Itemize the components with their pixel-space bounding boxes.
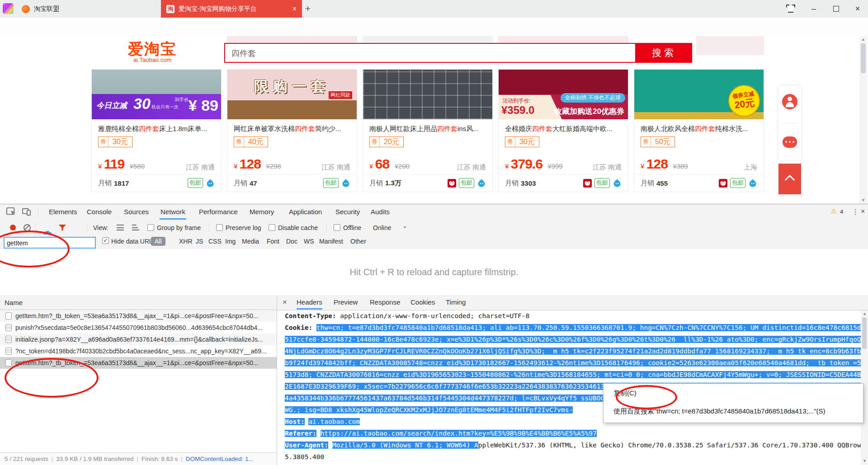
coupon-badge[interactable]: 券30元 bbox=[505, 136, 539, 147]
context-menu-baidu-search[interactable]: 使用百度搜索"thw=cn; t=e87d3bd3fc7485840a1b7d6… bbox=[613, 407, 825, 416]
group-by-frame-checkbox[interactable] bbox=[147, 224, 154, 231]
coupon-badge[interactable]: 券30元 bbox=[98, 136, 132, 147]
devtools-tab-elements[interactable]: Elements bbox=[48, 204, 78, 220]
context-menu-copy[interactable]: 复制(C) bbox=[613, 389, 637, 398]
filter-type-font[interactable]: Font bbox=[267, 238, 279, 245]
restore-button[interactable] bbox=[828, 2, 844, 15]
product-card[interactable]: 限购一套 网红同款 网红床单被罩水洗棉四件套简约少... 券40元 ¥ 128 … bbox=[227, 69, 357, 192]
scroll-down-icon[interactable]: ▼ bbox=[861, 459, 868, 463]
close-detail-icon[interactable]: × bbox=[280, 298, 289, 306]
filter-type-manifest[interactable]: Manifest bbox=[319, 238, 343, 245]
devtools-menu-kebab-icon[interactable]: ⋮ bbox=[852, 207, 859, 216]
filter-type-ws[interactable]: WS bbox=[304, 238, 314, 245]
product-image[interactable]: 限购一套 网红同款 bbox=[227, 70, 357, 119]
search-button[interactable]: 搜索 bbox=[636, 43, 692, 63]
name-column-header[interactable]: Name bbox=[0, 295, 277, 310]
preserve-log-checkbox[interactable] bbox=[216, 224, 223, 231]
devtools-tab-application[interactable]: Application bbox=[288, 204, 323, 220]
devtools-tab-performance[interactable]: Performance bbox=[198, 204, 239, 220]
product-image[interactable] bbox=[363, 70, 492, 119]
devtools-close-icon[interactable]: × bbox=[861, 207, 865, 216]
filter-input[interactable] bbox=[5, 238, 98, 249]
coupon-badge[interactable]: 券50元 bbox=[641, 136, 675, 147]
scrollbar-thumb[interactable] bbox=[862, 317, 867, 349]
filter-type-doc[interactable]: Doc bbox=[286, 238, 297, 245]
filter-type-img[interactable]: Img bbox=[225, 238, 236, 245]
request-row[interactable]: getItem.htm?_tb_token_=53ea6a35173d8&__a… bbox=[0, 310, 277, 322]
detail-tab-preview[interactable]: Preview bbox=[334, 295, 358, 310]
device-toolbar-icon[interactable] bbox=[22, 207, 32, 216]
view-list-icon[interactable] bbox=[117, 225, 124, 230]
detail-tab-headers[interactable]: Headers bbox=[297, 295, 322, 310]
filter-type-js[interactable]: JS bbox=[196, 238, 203, 245]
throttling-caret-icon[interactable]: ▾ bbox=[404, 225, 406, 230]
filter-type-xhr[interactable]: XHR bbox=[179, 238, 193, 245]
tab2-close-icon[interactable]: × bbox=[292, 5, 297, 13]
preserve-log-label[interactable]: Preserve log bbox=[226, 223, 261, 232]
product-title[interactable]: 雅鹿纯棉全棉四件套床上1.8m床单... bbox=[98, 125, 215, 133]
product-card[interactable]: 领券立减 20元 南极人北欧风全棉四件套纯棉水洗... 券50元 ¥ 128 ¥… bbox=[634, 69, 764, 192]
coupon-badge[interactable]: 券20元 bbox=[369, 136, 404, 147]
request-row[interactable]: initialize.jsonp?a=X82Y__a696ad0a863ef73… bbox=[0, 333, 277, 345]
offline-label[interactable]: Offline bbox=[343, 223, 361, 232]
minimize-button[interactable]: – bbox=[806, 2, 821, 15]
devtools-tab-console[interactable]: Console bbox=[86, 204, 113, 220]
theme-skin-button[interactable] bbox=[783, 2, 798, 15]
devtools-tab-memory[interactable]: Memory bbox=[249, 204, 275, 220]
panel-divider[interactable] bbox=[277, 295, 277, 465]
filter-type-other[interactable]: Other bbox=[350, 238, 366, 245]
hide-data-urls-label[interactable]: Hide data URLs bbox=[111, 238, 156, 245]
request-row[interactable]: punish?x5secdata=5e0c8e1365474455070961b… bbox=[0, 322, 277, 333]
feedback-chat-icon[interactable] bbox=[783, 136, 797, 148]
filter-type-all[interactable]: All bbox=[151, 237, 165, 246]
devtools-tab-sources[interactable]: Sources bbox=[123, 204, 150, 220]
product-search-input[interactable] bbox=[225, 44, 642, 63]
offline-checkbox[interactable] bbox=[334, 224, 340, 231]
devtools-tab-audits[interactable]: Audits bbox=[370, 204, 391, 220]
close-window-button[interactable]: × bbox=[850, 2, 865, 15]
group-by-frame-label[interactable]: Group by frame bbox=[157, 223, 201, 232]
page-scrollbar[interactable]: ▲ ▼ bbox=[859, 36, 867, 204]
request-row[interactable]: ?nc_token=d4198bdc7f40330b2cbd5bc4a0acea… bbox=[0, 345, 277, 357]
product-search-box bbox=[224, 43, 636, 63]
product-image[interactable]: 领券立减 20元 bbox=[634, 70, 764, 119]
disable-cache-label[interactable]: Disable cache bbox=[278, 223, 318, 232]
product-image[interactable]: 全棉刺绣 不掉色不起球 活动到手价: ¥359.0 收藏加购送20优惠券 bbox=[499, 70, 628, 119]
product-title[interactable]: 全棉婚庆四件套大红新婚高端中欧... bbox=[505, 125, 622, 133]
record-button[interactable] bbox=[10, 225, 16, 230]
scrollbar-thumb[interactable] bbox=[861, 43, 866, 73]
product-card[interactable]: 今日立减 30 机会只有一次 到手价 ¥ 89 雅鹿纯棉全棉四件套床上1.8m床… bbox=[91, 69, 222, 192]
disable-cache-checkbox[interactable] bbox=[269, 224, 275, 231]
tab-aitaobao-active[interactable]: 淘 爱淘宝-淘宝网购物分享平台 × bbox=[161, 0, 302, 18]
detail-tab-response[interactable]: Response bbox=[370, 295, 401, 310]
clear-button[interactable] bbox=[24, 224, 31, 231]
filter-type-css[interactable]: CSS bbox=[208, 238, 222, 245]
new-tab-button[interactable]: + bbox=[302, 3, 314, 14]
detail-tab-cookies[interactable]: Cookies bbox=[410, 295, 435, 310]
product-card[interactable]: 全棉刺绣 不掉色不起球 活动到手价: ¥359.0 收藏加购送20优惠券 全棉婚… bbox=[498, 69, 628, 192]
throttling-select[interactable]: Online bbox=[373, 223, 391, 232]
devtools-tab-security[interactable]: Security bbox=[335, 204, 361, 220]
cookie-value: WG.; isg=BD8_xkshXg45WlopZeQRCXKM2xMJjJO… bbox=[285, 406, 573, 413]
product-title[interactable]: 南极人网红款床上用品四件套ins风... bbox=[369, 125, 486, 133]
devtools-tab-network[interactable]: Network bbox=[160, 204, 186, 220]
request-row-selected[interactable]: getItem.htm?_tb_token_=53ea6a35173d8&__a… bbox=[0, 357, 277, 369]
product-title[interactable]: 网红床单被罩水洗棉四件套简约少... bbox=[234, 125, 350, 133]
browser-app-icon[interactable] bbox=[3, 3, 14, 14]
inspect-element-icon[interactable] bbox=[6, 207, 16, 216]
tab-taobao-lianmeng[interactable]: 淘宝联盟 bbox=[15, 0, 161, 18]
product-card[interactable]: 南极人网红款床上用品四件套ins风... 券20元 ¥ 68 ¥200 江苏 南… bbox=[363, 69, 493, 192]
scroll-up-icon[interactable]: ▲ bbox=[859, 37, 867, 42]
user-icon[interactable] bbox=[782, 94, 797, 109]
detail-tab-timing[interactable]: Timing bbox=[446, 295, 466, 310]
hide-data-urls-checkbox[interactable]: ✓ bbox=[102, 237, 109, 244]
coupon-badge[interactable]: 券40元 bbox=[234, 136, 268, 147]
product-title[interactable]: 南极人北欧风全棉四件套纯棉水洗... bbox=[641, 125, 757, 133]
site-logo[interactable]: 爱淘宝 ai.Taobao.com bbox=[118, 41, 186, 63]
back-to-top-button[interactable] bbox=[778, 164, 801, 194]
product-image[interactable]: 今日立减 30 机会只有一次 到手价 ¥ 89 bbox=[92, 70, 221, 119]
scroll-down-icon[interactable]: ▼ bbox=[859, 198, 867, 202]
warning-icon[interactable]: ⚠ bbox=[831, 207, 837, 215]
filter-type-media[interactable]: Media bbox=[242, 238, 259, 245]
scroll-up-icon[interactable]: ▲ bbox=[861, 311, 868, 316]
